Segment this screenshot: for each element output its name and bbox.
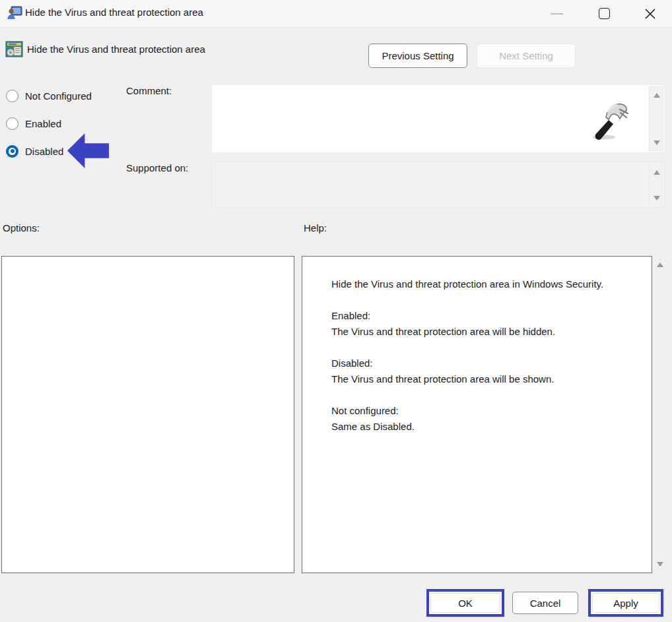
radio-label: Disabled (25, 146, 63, 157)
scroll-up-icon[interactable] (654, 93, 660, 98)
supported-on-field (211, 162, 665, 208)
radio-label: Not Configured (25, 90, 92, 102)
scroll-up-icon[interactable] (654, 170, 660, 175)
annotation-left-arrow-icon (67, 133, 109, 168)
help-panel: Hide the Virus and threat protection are… (302, 256, 652, 573)
help-label: Help: (304, 222, 327, 233)
radio-enabled[interactable]: Enabled (6, 117, 61, 130)
title-bar[interactable]: Hide the Virus and threat protection are… (0, 0, 672, 28)
radio-circle-selected-icon[interactable] (6, 145, 18, 158)
policy-setting-icon (5, 40, 23, 58)
help-section-heading: Disabled: (331, 356, 642, 371)
minimize-icon (551, 13, 563, 15)
help-section-heading: Enabled: (331, 308, 642, 324)
scroll-up-icon[interactable] (657, 263, 663, 267)
apply-annotation-highlight: Apply (588, 589, 663, 617)
help-description: Hide the Virus and threat protection are… (307, 276, 605, 292)
radio-label: Enabled (25, 118, 61, 129)
help-section-heading: Not configured: (331, 403, 642, 419)
options-label: Options: (3, 222, 40, 233)
comment-label: Comment: (126, 85, 172, 96)
comment-scrollbar[interactable] (649, 86, 664, 152)
help-section-body: The Virus and threat protection area wil… (331, 371, 642, 387)
apply-button[interactable]: Apply (592, 593, 659, 613)
supported-on-label: Supported on: (126, 162, 188, 173)
radio-not-configured[interactable]: Not Configured (6, 89, 92, 102)
minimize-button[interactable] (541, 0, 572, 27)
help-section-body: Same as Disabled. (331, 419, 642, 435)
radio-disabled[interactable]: Disabled (6, 144, 63, 158)
help-section-body: The Virus and threat protection area wil… (331, 324, 642, 340)
ok-button[interactable]: OK (430, 593, 500, 613)
maximize-icon (599, 8, 610, 19)
group-policy-setting-dialog: Hide the Virus and threat protection are… (0, 0, 672, 622)
scroll-down-icon[interactable] (657, 562, 663, 567)
scroll-down-icon[interactable] (654, 196, 660, 201)
radio-circle-icon[interactable] (6, 90, 18, 102)
supported-on-scrollbar[interactable] (649, 163, 664, 206)
scroll-down-icon[interactable] (654, 140, 660, 145)
help-scrollbar[interactable] (654, 257, 667, 573)
help-section-enabled: Enabled: The Virus and threat protection… (307, 308, 642, 340)
help-section-disabled: Disabled: The Virus and threat protectio… (307, 356, 642, 387)
options-panel (1, 256, 294, 573)
help-section-not-configured: Not configured: Same as Disabled. (307, 403, 642, 435)
group-policy-app-icon (7, 5, 22, 21)
close-icon (644, 7, 657, 20)
cancel-button[interactable]: Cancel (512, 592, 578, 614)
ok-annotation-highlight: OK (426, 589, 504, 617)
previous-setting-button[interactable]: Previous Setting (368, 44, 467, 68)
window-title: Hide the Virus and threat protection are… (25, 7, 203, 18)
next-setting-button[interactable]: Next Setting (477, 44, 576, 68)
radio-circle-icon[interactable] (6, 117, 18, 130)
maximize-button[interactable] (589, 0, 619, 27)
setting-title: Hide the Virus and threat protection are… (27, 44, 205, 55)
comment-input[interactable] (211, 84, 665, 153)
close-button[interactable] (635, 0, 665, 27)
